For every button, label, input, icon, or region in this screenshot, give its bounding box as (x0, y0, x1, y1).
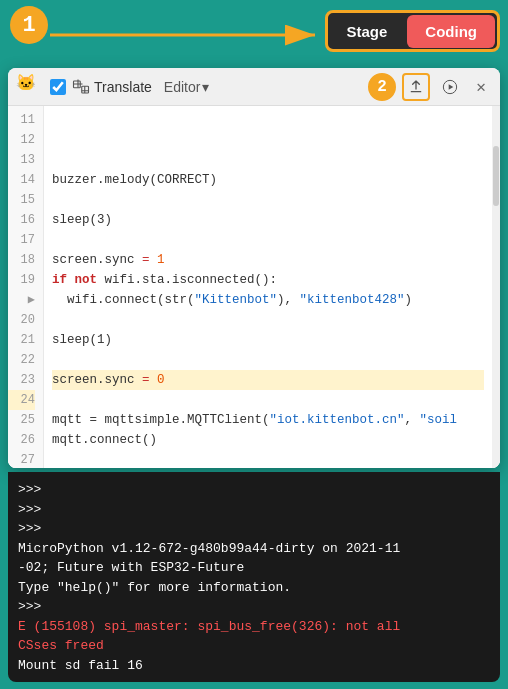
code-line-25 (52, 390, 484, 410)
play-button[interactable] (436, 73, 464, 101)
terminal-line-8: E (155108) spi_master: spi_bus_free(326)… (18, 617, 490, 637)
code-line-20: wifi.connect(str("Kittenbot"), "kittenbo… (52, 290, 484, 310)
terminal-area: >>> >>> >>> MicroPython v1.12-672-g480b9… (8, 472, 500, 682)
code-line-27: mqtt.connect() (52, 430, 484, 450)
stage-coding-box: Stage Coding (325, 10, 500, 52)
close-button[interactable]: ✕ (470, 76, 492, 98)
code-line-26: mqtt = mqttsimple.MQTTClient("iot.kitten… (52, 410, 484, 430)
terminal-line-9: CSses freed (18, 636, 490, 656)
terminal-line-3: >>> (18, 519, 490, 539)
terminal-line-7: >>> (18, 597, 490, 617)
code-line-11 (52, 110, 484, 130)
arrow-annotation (50, 20, 330, 55)
translate-icon (72, 78, 90, 96)
terminal-line-6: Type "help()" for more information. (18, 578, 490, 598)
stage-button[interactable]: Stage (328, 15, 405, 48)
translate-area: Translate (72, 78, 152, 96)
translate-checkbox[interactable] (50, 79, 66, 95)
cat-icon: 🐱 (16, 73, 44, 101)
code-line-21 (52, 310, 484, 330)
code-line-12 (52, 130, 484, 150)
terminal-line-5: -02; Future with ESP32-Future (18, 558, 490, 578)
code-line-18: screen.sync = 1 (52, 250, 484, 270)
step-2-badge: 2 (368, 73, 396, 101)
editor-titlebar: 🐱 Translate Editor ▾ 2 (8, 68, 500, 106)
upload-icon (408, 79, 424, 95)
code-line-15 (52, 190, 484, 210)
editor-window: 🐱 Translate Editor ▾ 2 (8, 68, 500, 468)
code-line-13 (52, 150, 484, 170)
play-icon (442, 79, 458, 95)
top-bar: 1 Stage Coding (0, 0, 508, 62)
terminal-line-2: >>> (18, 500, 490, 520)
terminal-line-4: MicroPython v1.12-672-g480b99a44-dirty o… (18, 539, 490, 559)
terminal-line-1: >>> (18, 480, 490, 500)
code-line-14: buzzer.melody(CORRECT) (52, 170, 484, 190)
code-line-22: sleep(1) (52, 330, 484, 350)
coding-button[interactable]: Coding (407, 15, 495, 48)
code-line-16: sleep(3) (52, 210, 484, 230)
chevron-down-icon: ▾ (202, 79, 209, 95)
code-line-23 (52, 350, 484, 370)
step-1-badge: 1 (10, 6, 48, 44)
scrollbar-thumb[interactable] (493, 146, 499, 206)
code-line-17 (52, 230, 484, 250)
svg-marker-9 (449, 84, 454, 89)
code-line-28 (52, 450, 484, 468)
line-numbers: 11 12 13 14 15 16 17 18 19 ▶ 20 21 22 23… (8, 106, 44, 468)
code-line-24: screen.sync = 0 (52, 370, 484, 390)
terminal-line-10: Mount sd fail 16 (18, 656, 490, 676)
upload-button[interactable] (402, 73, 430, 101)
code-area: 11 12 13 14 15 16 17 18 19 ▶ 20 21 22 23… (8, 106, 500, 468)
code-line-19: if not wifi.sta.isconnected(): (52, 270, 484, 290)
editor-menu[interactable]: Editor ▾ (164, 79, 210, 95)
scrollbar-track[interactable] (492, 106, 500, 468)
code-content: buzzer.melody(CORRECT) sleep(3) screen.s… (44, 106, 492, 468)
translate-label: Translate (94, 79, 152, 95)
